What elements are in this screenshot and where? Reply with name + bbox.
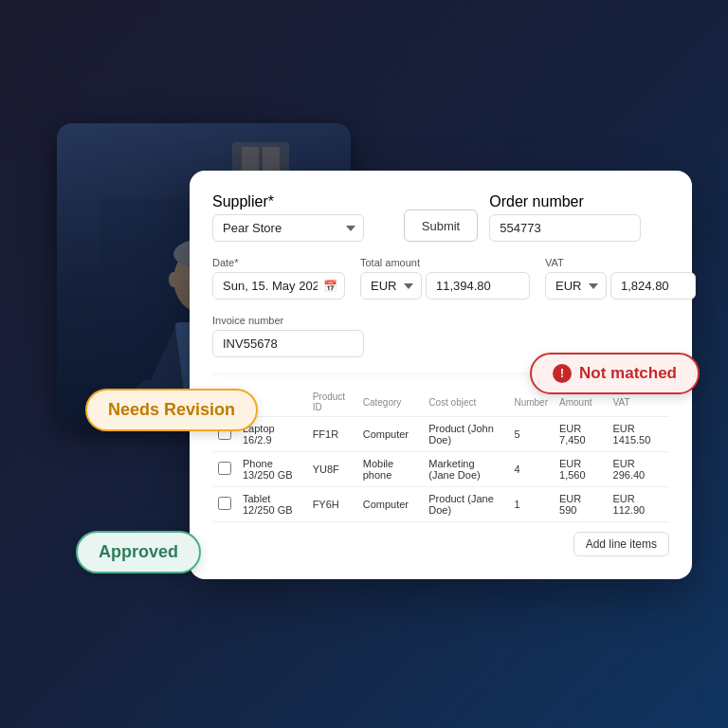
vat-label: VAT [545,257,696,268]
col-product-id: Product ID [307,388,357,417]
row-amount: EUR 1,560 [554,452,608,487]
row-vat: EUR 296.40 [608,452,669,487]
vat-field: VAT EUR [545,257,696,300]
row-cost-object: Product (Jane Doe) [423,487,508,522]
row-amount: EUR 590 [554,487,608,522]
order-number-label: Order number [489,193,669,210]
row-cost-object: Product (John Doe) [423,417,508,452]
row-category: Computer [357,417,424,452]
row-checkbox[interactable] [212,487,237,522]
table-row: Phone 13/250 GB YU8F Mobile phone Market… [212,452,669,487]
add-line-items-button[interactable]: Add line items [573,532,669,556]
row-category: Computer [357,487,424,522]
invoice-number-field: Invoice number [212,315,364,357]
row-product-id: YU8F [307,452,357,487]
total-amount-label: Total amount [360,257,530,268]
invoice-number-label: Invoice number [212,315,364,326]
calendar-icon: 📅 [323,280,337,293]
not-matched-label: Not matched [579,364,677,383]
needs-revision-badge: Needs Revision [85,389,258,431]
row-category: Mobile phone [357,452,424,487]
total-amount-input[interactable] [426,272,530,300]
approved-label: Approved [99,542,178,561]
supplier-select[interactable]: Pear Store [212,214,364,242]
col-cost-object: Cost object [423,388,508,417]
date-field: Date* 📅 [212,257,345,300]
vat-input[interactable] [610,272,696,300]
order-number-field: Order number [489,193,669,242]
total-amount-currency-select[interactable]: EUR [360,272,422,300]
total-amount-field: Total amount EUR [360,257,530,300]
row-vat: EUR 112.90 [608,487,669,522]
warning-icon: ! [553,364,572,383]
row-name: Tablet 12/250 GB [237,487,307,522]
supplier-field: Supplier* Pear Store [212,193,392,242]
row-product-id: FY6H [307,487,357,522]
submit-button[interactable]: Submit [404,209,478,242]
line-items-table: Product ID Category Cost object Number A… [212,388,669,522]
needs-revision-label: Needs Revision [108,400,235,419]
table-row: Laptop 16/2.9 FF1R Computer Product (Joh… [212,417,669,452]
row-amount: EUR 7,450 [554,417,608,452]
row-name: Phone 13/250 GB [237,452,307,487]
vat-currency-select[interactable]: EUR [545,272,607,300]
row-product-id: FF1R [307,417,357,452]
invoice-number-input[interactable] [212,330,364,357]
order-number-input[interactable] [489,214,641,242]
supplier-label: Supplier* [212,193,392,210]
not-matched-badge: ! Not matched [530,353,700,394]
row-number: 1 [508,487,554,522]
row-vat: EUR 1415.50 [608,417,669,452]
date-label: Date* [212,257,345,268]
row-number: 5 [508,417,554,452]
row-checkbox[interactable] [212,452,237,487]
row-cost-object: Marketing (Jane Doe) [423,452,508,487]
col-category: Category [357,388,424,417]
table-row: Tablet 12/250 GB FY6H Computer Product (… [212,487,669,522]
approved-badge: Approved [76,531,201,573]
row-number: 4 [508,452,554,487]
